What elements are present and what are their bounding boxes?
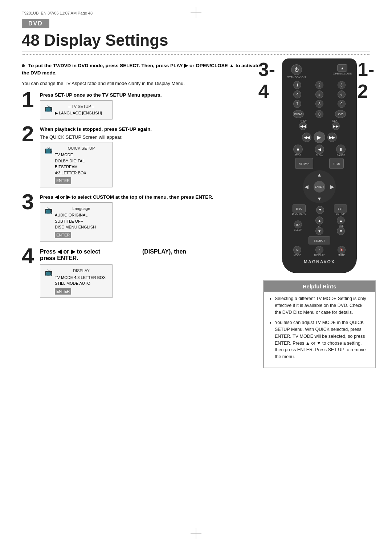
openclose-label: OPEN/CLOSE	[333, 72, 352, 75]
mode-button[interactable]: M	[293, 246, 301, 254]
clear-button[interactable]: CLEAR	[293, 110, 304, 118]
mode-label: MODE	[294, 254, 301, 256]
hint-item-0: Selecting a different TV MODE Setting is…	[275, 295, 370, 316]
step-1-screen-row-0: ▶ LANGUAGE [ENGLISH]	[55, 110, 108, 116]
helpful-hints-body: Selecting a different TV MODE Setting is…	[264, 292, 375, 368]
step-4-screen-row-0: TV MODE 4:3 LETTER BOX	[55, 275, 108, 281]
step-3-number: 3	[22, 191, 37, 213]
nav-pad: ▲ ▼ ◀ ▶ ENTER	[303, 170, 336, 203]
pause-button[interactable]: ⏸	[336, 145, 346, 154]
intro-bullet: To put the TV/DVD in DVD mode, press SEL…	[22, 62, 260, 77]
stop-label: STOP	[294, 154, 301, 157]
step-3-screen-row-1: SUBTITLE OFF	[55, 218, 108, 224]
page-title: 48 Display Settings	[22, 31, 370, 52]
playback-row: ◀◀ ▶ ▶▶	[287, 131, 352, 143]
mute-label: MUTE	[338, 254, 345, 256]
prev-button[interactable]: ◀◀	[299, 122, 307, 130]
step-label-34: 3-4	[258, 58, 281, 102]
vol-up-button[interactable]: ▲	[337, 216, 345, 224]
return-button[interactable]: RETURN	[295, 158, 313, 169]
btn-6[interactable]: 6	[338, 90, 346, 98]
hint-item-1: You also can adjust TV MODE in the QUICK…	[275, 319, 370, 360]
screen-icon-2: 📺	[45, 146, 53, 154]
step-1-screen-header: – TV SETUP –	[55, 104, 108, 110]
btn-5[interactable]: 5	[315, 90, 323, 98]
btn-0[interactable]: 0	[315, 110, 323, 118]
intro-desc: You can change the TV Aspect ratio and s…	[22, 80, 260, 87]
step-2: 2 When playback is stopped, press SET-UP…	[22, 126, 260, 187]
fwd-button[interactable]: ▶▶	[327, 133, 337, 142]
step-4-number: 4	[22, 245, 37, 267]
nav-down-arrow[interactable]: ▼	[317, 196, 322, 202]
ch-down-button[interactable]: ▼	[315, 227, 323, 235]
next-button[interactable]: ▶▶	[332, 122, 340, 130]
remote-standby-group: ⏻ STANDBY·ON	[287, 64, 306, 79]
step-4-content: Press ◀ or ▶ to select (DISPLAY), then p…	[40, 248, 260, 298]
btn-4[interactable]: 4	[293, 90, 301, 98]
right-column: 3-4 ⏻ STANDBY·ON ▲ OPEN/CLOSE	[269, 58, 370, 368]
slow-label: SLOW	[316, 154, 323, 157]
nav-down-btn[interactable]: ▼	[316, 206, 324, 214]
step-4-title-part1: Press ◀ or ▶ to select (DISPLAY), then p…	[40, 248, 186, 262]
btn-1[interactable]: 1	[293, 81, 301, 89]
standby-button[interactable]: ⏻	[291, 64, 302, 75]
select-row: SELECT	[287, 236, 352, 244]
step-2-screen-text: QUICK SETUP TV MODE DOLBY DIGITAL BITSTR…	[55, 145, 108, 184]
setup-label: SET UP	[336, 212, 345, 215]
step-3: 3 Press ◀ or ▶ to select CUSTOM at the t…	[22, 194, 260, 242]
btn-9[interactable]: 9	[338, 100, 346, 108]
step-4-screen-row-1: STILL MODE AUTO	[55, 280, 108, 287]
step-2-enter-btn: ENTER	[55, 177, 71, 184]
bullet-dot	[22, 64, 25, 67]
step-4-screen-text: DISPLAY TV MODE 4:3 LETTER BOX STILL MOD…	[55, 268, 108, 295]
play-button[interactable]: ▶	[314, 131, 325, 143]
enter-button[interactable]: ENTER	[314, 181, 325, 193]
step-3-screen-row-0: AUDIO ORIGINAL	[55, 212, 108, 218]
helpful-hints-list: Selecting a different TV MODE Setting is…	[269, 295, 370, 360]
step-1-screen-text: – TV SETUP – ▶ LANGUAGE [ENGLISH]	[55, 104, 108, 116]
sleep-label: SLEEP	[294, 228, 302, 231]
rew-button[interactable]: ◀◀	[302, 133, 311, 142]
ch-up-button[interactable]: ▲	[315, 216, 323, 224]
remote-top-row: ⏻ STANDBY·ON ▲ OPEN/CLOSE	[287, 64, 352, 79]
vol-down-button[interactable]: ▼	[337, 227, 345, 235]
stop-button[interactable]: ■	[293, 145, 303, 154]
slow-button[interactable]: ◀	[315, 145, 324, 154]
page-container: T9201UB_EN 3/7/06 11:07 AM Page 48 DVD 4…	[0, 0, 392, 555]
plus100-button[interactable]: +100	[335, 110, 346, 118]
stop-slow-pause-row: ■ STOP ◀ SLOW ⏸ PAUSE	[287, 145, 352, 157]
next-label: NEXT	[332, 119, 339, 122]
step-2-screen-row-2: 4:3 LETTER BOX	[55, 170, 108, 176]
divider	[22, 54, 370, 55]
step-3-content: Press ◀ or ▶ to select CUSTOM at the top…	[40, 194, 260, 242]
step-3-enter-btn: ENTER	[55, 232, 71, 239]
btn-2[interactable]: 2	[315, 81, 323, 89]
helpful-hints-title: Helpful Hints	[264, 281, 375, 292]
step-3-screen-row-2: DISC MENU ENGLISH	[55, 224, 108, 230]
btn-3[interactable]: 3	[338, 81, 346, 89]
btn-7[interactable]: 7	[293, 100, 301, 108]
nav-left-arrow[interactable]: ◀	[305, 184, 309, 190]
select-button[interactable]: SELECT	[309, 236, 330, 244]
nav-up-arrow[interactable]: ▲	[317, 172, 322, 178]
display-button[interactable]: D	[315, 246, 323, 254]
title-button[interactable]: TITLE	[329, 158, 344, 169]
sleep-button[interactable]: SLP	[294, 220, 302, 228]
step-4-title-mid	[102, 248, 141, 255]
number-grid: 1 2 3 4 5 6 7 8 9	[287, 81, 352, 108]
mute-button[interactable]: 🔇	[338, 246, 346, 254]
step-4-title-row: Press ◀ or ▶ to select (DISPLAY), then p…	[40, 248, 260, 262]
prev-label: PREV	[300, 119, 307, 122]
step-1: 1 Press SET-UP once so the TV SETUP Menu…	[22, 92, 260, 119]
btn-8[interactable]: 8	[315, 100, 323, 108]
step-3-screen: 📺 Language AUDIO ORIGINAL SUBTITLE OFF D…	[40, 202, 113, 242]
disc-menu-button[interactable]: DISC	[293, 204, 306, 212]
open-close-button[interactable]: ▲	[337, 64, 347, 72]
setup-button[interactable]: SET	[334, 204, 347, 212]
disc-setup-row: DISC DISC MENU ▼ SET SET UP	[287, 204, 352, 215]
nav-right-arrow[interactable]: ▶	[330, 184, 334, 190]
dvd-banner: DVD	[22, 19, 49, 28]
display-label: DISPLAY	[314, 254, 324, 256]
step-4: 4 Press ◀ or ▶ to select (DISPLAY), then…	[22, 248, 260, 298]
step-1-number: 1	[22, 89, 37, 111]
